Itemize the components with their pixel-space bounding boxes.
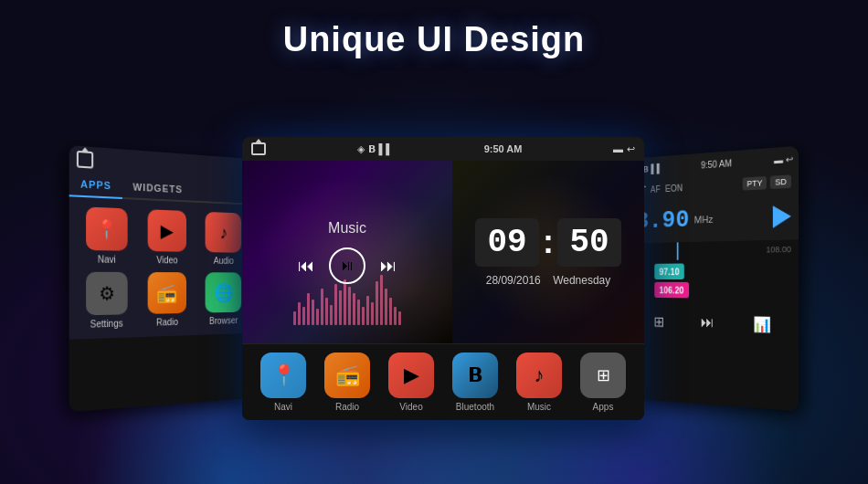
station-row-2: 90 106.20 [632,282,795,300]
settings-icon: ⚙ [86,272,128,316]
grid-icon[interactable]: ⊞ [653,313,663,330]
next-button[interactable]: ⏭ [380,257,397,276]
center-dock: 📍 Navi 📻 Radio ▶ Video 𝗕 Bluetooth ♪ Mus… [242,343,644,420]
play-button[interactable]: ⏯ [329,247,365,284]
browser-icon: 🌐 [206,272,242,312]
app-navi[interactable]: 📍 Navi [79,206,134,265]
dock-music[interactable]: ♪ Music [516,352,562,412]
center-content: Music ⏮ ⏯ ⏭ [242,161,644,343]
video-icon: ▶ [148,209,186,252]
tab-widgets[interactable]: WIDGETS [122,175,193,201]
frequency-display: 3.90 MHz [630,192,799,244]
wave-bar [330,305,333,325]
pty-button[interactable]: PTY [743,176,767,191]
browser-label: Browser [209,316,238,326]
scale-end: 108.00 [766,245,791,255]
page-title: Unique UI Design [0,20,868,59]
wave-bar [293,311,296,325]
wave-bar [298,302,301,325]
clock-colon: : [543,223,554,261]
video-label: Video [156,255,177,265]
wave-bar [348,287,351,325]
skip-icon[interactable]: ⏭ [700,314,714,331]
status-middle-icons: ◈ 𝗕 ▌▌ [357,143,394,155]
status-time: 9:50 AM [484,143,523,154]
app-browser[interactable]: 🌐 Browser [199,272,248,326]
app-video[interactable]: ▶ Video [141,209,193,265]
wave-bar [357,300,360,325]
signal-icon: ▌▌ [379,143,394,154]
dock-music-icon: ♪ [516,352,562,398]
app-audio[interactable]: ♪ Audio [199,212,248,266]
left-screen: APPS WIDGETS 📍 Navi ▶ Video ♪ Audio ⚙ Se… [69,145,256,412]
frequency-needle [677,242,679,259]
back-icon[interactable]: ↩ [627,143,635,155]
tab-apps[interactable]: APPS [69,172,122,199]
dock-bluetooth[interactable]: 𝗕 Bluetooth [452,352,498,412]
dock-video-label: Video [399,402,422,412]
wave-bar [371,302,374,325]
dock-video-icon: ▶ [388,352,434,398]
left-home-icon[interactable] [77,151,93,169]
dock-radio[interactable]: 📻 Radio [324,352,370,412]
navi-icon: 📍 [86,206,128,250]
station-row-1: 20 97.10 [632,262,795,279]
status-right: ▬ ↩ [613,143,635,155]
dock-radio-icon: 📻 [324,352,370,398]
station-freq-1[interactable]: 97.10 [654,264,684,279]
dock-navi-icon: 📍 [260,352,306,398]
wave-bar [398,311,401,325]
dock-radio-label: Radio [335,402,359,412]
location-icon: ◈ [357,143,365,155]
wave-bar [312,300,314,325]
wave-bar [362,307,365,325]
radio-label: Radio [156,317,178,327]
prev-button[interactable]: ⏮ [298,257,314,276]
dock-music-label: Music [527,402,551,412]
wave-bar [376,281,378,325]
wave-bar [353,293,355,325]
wave-bar [344,279,346,325]
dock-navi[interactable]: 📍 Navi [260,352,306,412]
right-screen: ◈ 𝗕 ▌▌ 9:50 AM ▬ ↩ ST AF EON PTY SD 3.90… [630,146,799,411]
play-button-right[interactable] [773,205,791,227]
app-grid: 📍 Navi ▶ Video ♪ Audio ⚙ Settings 📻 Radi… [69,196,256,339]
center-statusbar: ◈ 𝗕 ▌▌ 9:50 AM ▬ ↩ [242,137,644,161]
dock-apps-label: Apps [593,402,614,412]
navi-label: Navi [98,254,116,264]
dock-bt-icon: 𝗕 [452,352,498,398]
dock-video[interactable]: ▶ Video [388,352,434,412]
wave-bar [302,307,305,325]
dock-bt-label: Bluetooth [456,402,494,412]
settings-label: Settings [90,318,123,329]
clock-minutes: 50 [557,218,621,267]
radio-stations: 20 97.10 90 106.20 [630,258,799,306]
app-settings[interactable]: ⚙ Settings [79,272,134,330]
band-eon[interactable]: EON [665,183,683,194]
clock-display: 09 : 50 [475,218,621,267]
station-freq-2[interactable]: 106.20 [654,282,688,299]
music-controls: ⏮ ⏯ ⏭ [298,247,397,284]
app-radio[interactable]: 📻 Radio [141,272,193,328]
dock-apps[interactable]: ⊞ Apps [580,352,626,412]
bluetooth-icon: 𝗕 [368,143,376,155]
wave-bar [316,309,319,325]
battery-icon: ▬ [613,143,623,154]
right-status-time: 9:50 AM [701,158,732,170]
wave-bar [334,284,337,325]
clock-panel: 09 : 50 28/09/2016 Wednesday [452,161,644,343]
wave-bar [385,289,387,325]
wave-bar [389,298,392,325]
band-af[interactable]: AF [651,184,661,194]
music-panel: Music ⏮ ⏯ ⏭ [242,161,452,343]
equalizer-icon[interactable]: 📊 [753,315,771,333]
status-left [251,142,266,155]
sd-button[interactable]: SD [770,174,791,189]
center-screen: ◈ 𝗕 ▌▌ 9:50 AM ▬ ↩ Music ⏮ ⏯ ⏭ [242,137,644,420]
center-home-icon[interactable] [251,142,266,155]
dock-navi-label: Navi [274,402,292,412]
wave-bar [366,296,369,325]
audio-label: Audio [214,256,234,266]
clock-date: 28/09/2016 Wednesday [486,274,611,287]
dock-apps-icon: ⊞ [580,352,626,398]
